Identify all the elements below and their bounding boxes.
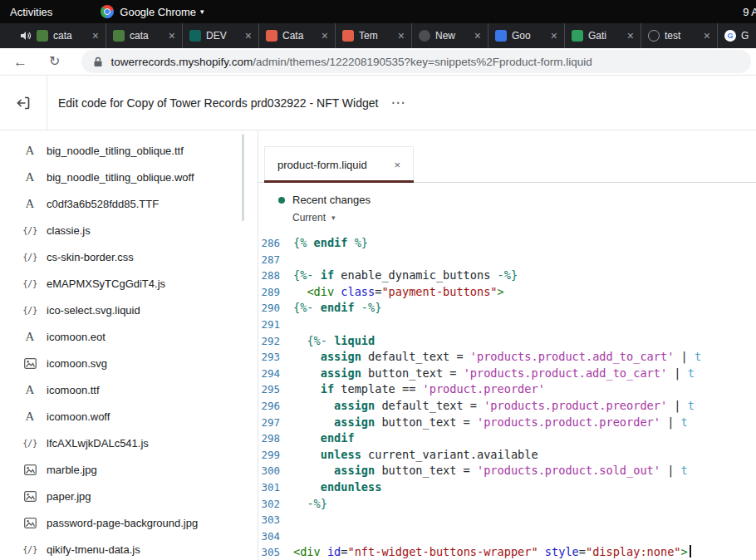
file-item[interactable]: Abig_noodle_titling_oblique.woff bbox=[0, 164, 258, 190]
code-line[interactable]: 302 -%} bbox=[258, 496, 756, 513]
code-editor[interactable]: 286{% endif %}287288{%- if enable_dynami… bbox=[258, 235, 756, 560]
exit-editor-button[interactable] bbox=[0, 76, 47, 130]
file-name: password-page-background.jpg bbox=[47, 517, 198, 529]
file-item[interactable]: {/}cs-skin-border.css bbox=[0, 243, 258, 270]
code-line[interactable]: 305<div id="nft-widget-buttons-wrapper" … bbox=[258, 544, 756, 560]
file-item[interactable]: Abig_noodle_titling_oblique.ttf bbox=[0, 137, 258, 164]
file-item[interactable]: paper.jpg bbox=[0, 483, 258, 509]
shopify-favicon bbox=[113, 30, 125, 42]
code-line[interactable]: 290{%- endif -%} bbox=[258, 300, 756, 317]
code-line[interactable]: 296 assign default_text = 'products.prod… bbox=[258, 398, 756, 415]
tab-close-icon[interactable]: × bbox=[551, 29, 557, 42]
tab-close-icon[interactable]: × bbox=[169, 29, 175, 42]
file-name: c0df3a6b528fdd85.TTF bbox=[47, 198, 159, 210]
active-tab-underline bbox=[264, 180, 414, 183]
activities-button[interactable]: Activities bbox=[10, 6, 52, 18]
omnibox[interactable]: towerrecords.myshopify.com/admin/themes/… bbox=[81, 50, 751, 73]
tab-title: New bbox=[435, 30, 469, 42]
code-line[interactable]: 293 assign default_text = 'products.prod… bbox=[258, 349, 756, 366]
browser-tab[interactable]: Gati× bbox=[565, 23, 641, 48]
back-button[interactable]: ← bbox=[13, 55, 27, 69]
chevron-down-icon: ▾ bbox=[331, 214, 336, 222]
code-line[interactable]: 303 bbox=[258, 512, 756, 528]
site-favicon bbox=[572, 30, 583, 42]
more-options-button[interactable]: ⋯ bbox=[390, 94, 405, 111]
file-item[interactable]: icomoon.svg bbox=[0, 350, 258, 376]
status-dot-icon bbox=[278, 197, 285, 204]
file-item[interactable]: Aicomoon.woff bbox=[0, 403, 258, 430]
lock-icon[interactable] bbox=[93, 56, 103, 67]
sidebar-scrollbar[interactable] bbox=[242, 134, 244, 221]
browser-tab[interactable]: Tem× bbox=[336, 23, 412, 48]
image-file-icon bbox=[22, 358, 37, 369]
code-line[interactable]: 291 bbox=[258, 317, 756, 333]
browser-tab[interactable]: test× bbox=[641, 23, 718, 48]
tab-close-icon[interactable]: × bbox=[322, 29, 328, 42]
browser-tab[interactable]: cata× bbox=[106, 23, 183, 48]
file-item[interactable]: {/}eMAPMXSyTCgGdiT4.js bbox=[0, 270, 258, 297]
line-number: 286 bbox=[258, 235, 290, 252]
editor-body: Abig_noodle_titling_oblique.ttfAbig_nood… bbox=[0, 130, 756, 560]
image-file-icon bbox=[22, 464, 37, 475]
code-line[interactable]: 295 if template == 'product.preorder' bbox=[258, 381, 756, 398]
line-content: -%} bbox=[290, 496, 327, 513]
code-line[interactable]: 287 bbox=[258, 252, 756, 268]
file-item[interactable]: Aicomoon.ttf bbox=[0, 376, 258, 403]
browser-tab[interactable]: DEV× bbox=[183, 23, 259, 48]
code-line[interactable]: 292 {%- liquid bbox=[258, 333, 756, 350]
line-content bbox=[290, 317, 293, 333]
browser-tab[interactable]: Goo× bbox=[488, 23, 565, 48]
app-menu-button[interactable]: Google Chrome ▾ bbox=[101, 5, 204, 18]
browser-tab[interactable]: Cata× bbox=[259, 23, 336, 48]
image-file-icon bbox=[22, 518, 37, 528]
line-number: 300 bbox=[258, 463, 290, 479]
chevron-down-icon: ▾ bbox=[200, 7, 204, 16]
browser-tab[interactable]: cata× bbox=[13, 23, 106, 48]
tab-close-icon[interactable]: × bbox=[704, 29, 710, 42]
code-line[interactable]: 298 endif bbox=[258, 430, 756, 447]
file-item[interactable]: {/}ico-select.svg.liquid bbox=[0, 297, 258, 323]
code-line[interactable]: 288{%- if enable_dynamic_buttons -%} bbox=[258, 268, 756, 284]
browser-tab[interactable]: GG× bbox=[718, 23, 756, 48]
code-line[interactable]: 294 assign button_text = 'products.produ… bbox=[258, 366, 756, 382]
version-dropdown[interactable]: Current ▾ bbox=[292, 212, 756, 224]
file-item[interactable]: password-page-background.jpg bbox=[0, 509, 258, 536]
code-line[interactable]: 286{% endif %} bbox=[258, 235, 756, 252]
code-line[interactable]: 289 <div class="payment-buttons"> bbox=[258, 284, 756, 301]
file-sidebar: Abig_noodle_titling_oblique.ttfAbig_nood… bbox=[0, 130, 258, 560]
line-content: <div id="nft-widget-buttons-wrapper" sty… bbox=[290, 544, 691, 560]
browser-tab[interactable]: New× bbox=[412, 23, 488, 48]
code-line[interactable]: 304 bbox=[258, 528, 756, 545]
tab-close-icon[interactable]: × bbox=[92, 29, 99, 42]
reload-button[interactable]: ↻ bbox=[49, 55, 60, 68]
tab-audio-icon[interactable] bbox=[20, 31, 32, 41]
tab-close-icon[interactable]: × bbox=[394, 159, 400, 171]
tab-close-icon[interactable]: × bbox=[627, 29, 634, 42]
site-favicon bbox=[266, 30, 277, 42]
code-file-icon: {/} bbox=[22, 544, 37, 554]
line-content: {%- if enable_dynamic_buttons -%} bbox=[290, 268, 518, 284]
line-content: {%- endif -%} bbox=[290, 300, 381, 317]
file-item[interactable]: {/}classie.js bbox=[0, 217, 258, 243]
code-line[interactable]: 299 unless current_variant.available bbox=[258, 447, 756, 464]
tab-close-icon[interactable]: × bbox=[398, 29, 405, 42]
tab-close-icon[interactable]: × bbox=[245, 29, 252, 42]
file-tab[interactable]: product-form.liquid × bbox=[264, 146, 414, 182]
tab-close-icon[interactable]: × bbox=[474, 29, 481, 42]
file-item[interactable]: Ac0df3a6b528fdd85.TTF bbox=[0, 190, 258, 217]
line-content: assign default_text = 'products.product.… bbox=[290, 398, 695, 415]
tab-title: Goo bbox=[512, 30, 546, 42]
line-number: 293 bbox=[258, 349, 290, 366]
line-number: 290 bbox=[258, 300, 290, 317]
recent-changes-label: Recent changes bbox=[292, 194, 371, 206]
code-line[interactable]: 297 assign button_text = 'products.produ… bbox=[258, 415, 756, 431]
version-label: Current bbox=[292, 212, 326, 224]
file-name: eMAPMXSyTCgGdiT4.js bbox=[47, 278, 165, 290]
file-item[interactable]: {/}qikify-tmenu-data.js bbox=[0, 536, 258, 560]
code-line[interactable]: 300 assign button_text = 'products.produ… bbox=[258, 463, 756, 479]
file-item[interactable]: marble.jpg bbox=[0, 456, 258, 483]
line-number: 297 bbox=[258, 415, 290, 431]
file-item[interactable]: Aicomoon.eot bbox=[0, 323, 258, 350]
code-line[interactable]: 301 endunless bbox=[258, 479, 756, 496]
file-item[interactable]: {/}lfcAXLwjkDALc541.js bbox=[0, 430, 258, 456]
